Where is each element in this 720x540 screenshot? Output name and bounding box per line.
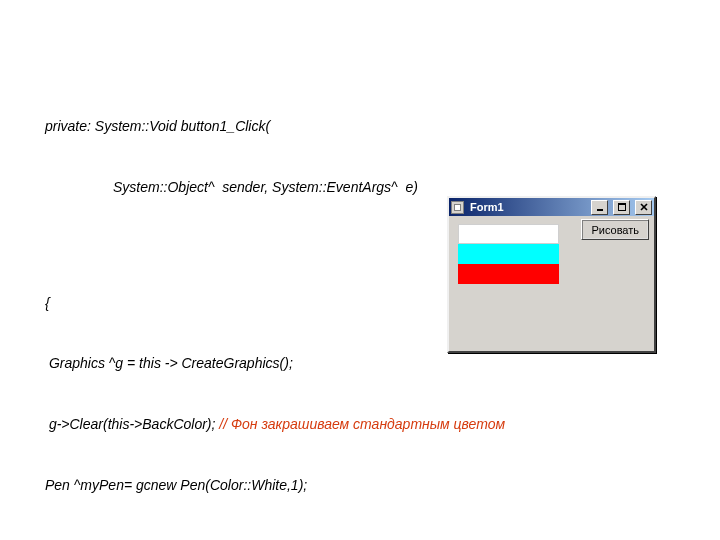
- code-line: System::Object^ sender, System::EventArg…: [45, 177, 505, 197]
- title-bar[interactable]: Form1: [449, 198, 654, 216]
- close-icon: [640, 203, 648, 211]
- maximize-icon: [618, 203, 626, 211]
- draw-button[interactable]: Рисовать: [581, 219, 649, 240]
- svg-rect-0: [597, 209, 603, 211]
- code-line: private: System::Void button1_Click(: [45, 116, 505, 136]
- client-area: Рисовать: [449, 216, 654, 351]
- flag-stripe-white: [458, 224, 559, 244]
- code-line: Pen ^myPen= gcnew Pen(Color::White,1);: [45, 475, 505, 495]
- code-line: SolidBrush ^myBrush = gcnew SolidBrush(C…: [45, 536, 505, 540]
- code-listing: private: System::Void button1_Click( Sys…: [45, 35, 505, 540]
- code-line: {: [45, 293, 505, 313]
- draw-button-label: Рисовать: [591, 224, 639, 236]
- app-icon: [451, 201, 464, 214]
- form1-window: Form1 Рисовать: [447, 196, 656, 353]
- close-button[interactable]: [635, 200, 652, 215]
- minimize-button[interactable]: [591, 200, 608, 215]
- svg-rect-2: [618, 203, 626, 205]
- flag-stripe-red: [458, 264, 559, 284]
- maximize-button[interactable]: [613, 200, 630, 215]
- code-line: g->Clear(this->BackColor); // Фон закраш…: [45, 414, 505, 434]
- minimize-icon: [596, 203, 604, 211]
- flag-stripe-cyan: [458, 244, 559, 264]
- window-title: Form1: [468, 201, 586, 213]
- code-line: Graphics ^g = this -> CreateGraphics();: [45, 353, 505, 373]
